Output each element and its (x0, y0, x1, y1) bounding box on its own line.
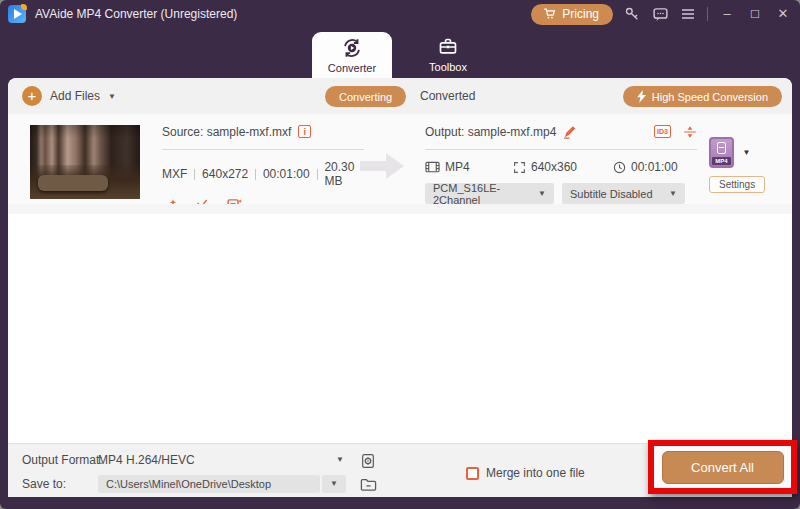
high-speed-label: High Speed Conversion (652, 91, 768, 103)
merge-option: Merge into one file (466, 466, 666, 480)
main-tab-bar: Converter Toolbox (0, 28, 800, 78)
titlebar-separator (707, 7, 708, 21)
app-logo-icon (8, 5, 26, 23)
video-thumbnail (30, 125, 140, 199)
converter-icon (341, 37, 363, 59)
app-window: AVAide MP4 Converter (Unregistered) Pric… (0, 0, 800, 509)
conversion-arrow-icon (360, 151, 406, 181)
minimize-button[interactable]: – (718, 5, 736, 23)
converting-tab[interactable]: Converting (325, 86, 406, 107)
convert-all-button[interactable]: Convert All (662, 451, 784, 484)
audio-caret-icon: ▼ (530, 189, 546, 198)
id3-tag-icon[interactable]: ID3 (654, 125, 671, 138)
audio-track-dropdown[interactable]: PCM_S16LE-2Channel ▼ (425, 183, 554, 204)
add-files-caret-icon: ▼ (108, 92, 116, 101)
register-key-icon[interactable] (623, 5, 641, 23)
rename-pencil-icon[interactable] (563, 125, 577, 139)
source-column: Source: sample-mxf.mxf i MXF 640x272 00:… (162, 123, 364, 214)
converter-toolbar: + Add Files ▼ Converting Converted High … (8, 78, 792, 114)
profile-gear-button[interactable] (358, 451, 378, 471)
resolution-expand-icon (513, 161, 526, 174)
converting-label: Converting (339, 91, 392, 103)
converted-tab[interactable]: Converted (420, 89, 475, 103)
source-meta: MXF 640x272 00:01:00 20.30 MB (162, 160, 364, 188)
format-reel-icon (717, 142, 726, 154)
output-meta: MP4 640x360 00:01:00 (425, 160, 697, 174)
output-format: MP4 (445, 160, 470, 174)
annotation-highlight-rectangle: Convert All (648, 440, 797, 494)
save-path-caret-icon[interactable]: ▼ (322, 475, 346, 493)
file-row: Source: sample-mxf.mxf i MXF 640x272 00:… (8, 114, 792, 204)
output-resolution: 640x360 (531, 160, 577, 174)
format-caret-icon[interactable]: ▼ (742, 148, 750, 157)
add-files-label: Add Files (50, 89, 100, 103)
save-path-field[interactable]: C:\Users\Minel\OneDrive\Desktop (98, 475, 320, 493)
menu-hamburger-icon[interactable] (679, 5, 697, 23)
output-column: Output: sample-mxf.mp4 ID3 (425, 123, 697, 204)
tab-toolbox[interactable]: Toolbox (415, 32, 481, 78)
clock-icon (613, 161, 626, 174)
subtitle-dropdown[interactable]: Subtitle Disabled ▼ (562, 183, 685, 204)
browse-folder-button[interactable] (358, 474, 378, 494)
merge-label: Merge into one file (486, 466, 585, 480)
info-icon[interactable]: i (298, 125, 311, 138)
output-duration: 00:01:00 (631, 160, 678, 174)
tab-toolbox-label: Toolbox (429, 61, 467, 73)
output-format-dropdown[interactable]: MP4 H.264/HEVC (98, 453, 195, 467)
toolbox-icon (438, 37, 458, 57)
source-divider (162, 149, 364, 150)
source-resolution: 640x272 (202, 167, 248, 181)
format-badge-label: MP4 (712, 157, 731, 165)
output-divider (425, 149, 697, 150)
row-separator-band (8, 204, 792, 214)
title-bar: AVAide MP4 Converter (Unregistered) Pric… (0, 0, 800, 28)
high-speed-conversion-button[interactable]: High Speed Conversion (623, 86, 782, 107)
audio-track-value: PCM_S16LE-2Channel (433, 182, 530, 206)
source-title: Source: sample-mxf.mxf (162, 125, 291, 139)
output-format-label: Output Format: (22, 453, 103, 467)
output-title: Output: sample-mxf.mp4 (425, 125, 556, 139)
plus-icon: + (22, 86, 42, 106)
add-files-button[interactable]: + Add Files ▼ (22, 86, 116, 106)
settings-button[interactable]: Settings (709, 176, 765, 193)
output-format-caret-icon[interactable]: ▼ (336, 455, 344, 464)
feedback-chat-icon[interactable] (651, 5, 669, 23)
save-to-label: Save to: (22, 477, 66, 491)
cart-icon (543, 7, 556, 20)
source-size: 20.30 MB (324, 160, 364, 188)
lightning-icon (637, 90, 647, 103)
maximize-button[interactable]: ☐ (746, 5, 764, 23)
subtitle-caret-icon: ▼ (661, 189, 677, 198)
source-format: MXF (162, 167, 187, 181)
format-badge-button[interactable]: MP4 (709, 137, 734, 168)
profile-settings-column: MP4 ▼ Settings (709, 137, 769, 193)
pricing-label: Pricing (562, 7, 599, 21)
tab-converter-label: Converter (328, 62, 376, 74)
content-area: + Add Files ▼ Converting Converted High … (8, 78, 792, 497)
merge-checkbox[interactable] (466, 467, 479, 480)
split-icon[interactable] (683, 125, 697, 139)
source-duration: 00:01:00 (263, 167, 310, 181)
subtitle-value: Subtitle Disabled (570, 188, 653, 200)
window-title: AVAide MP4 Converter (Unregistered) (35, 7, 237, 21)
tab-converter[interactable]: Converter (312, 32, 392, 78)
film-icon (425, 161, 440, 173)
pricing-button[interactable]: Pricing (531, 4, 613, 25)
close-button[interactable]: ✕ (774, 5, 792, 23)
